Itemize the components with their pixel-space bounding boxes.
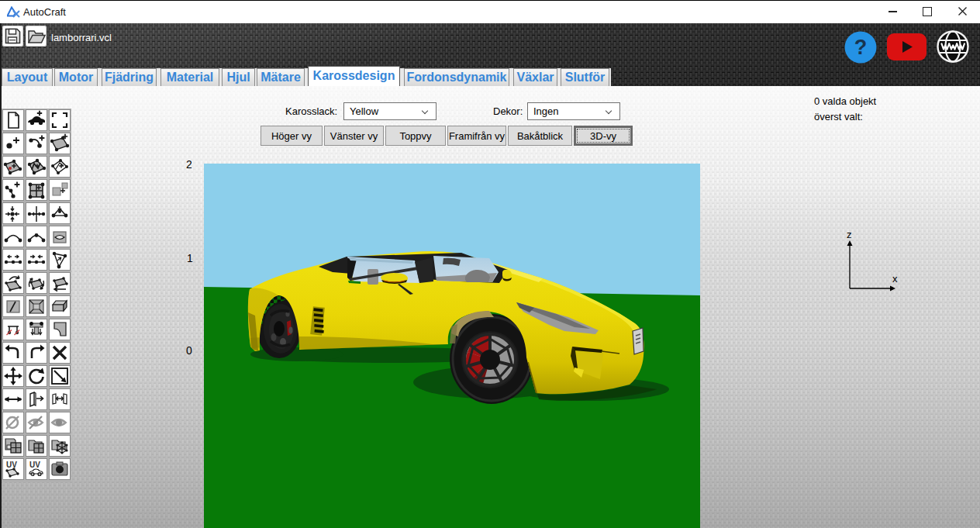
svg-text:UV: UV: [29, 461, 40, 469]
svg-text:z: z: [847, 230, 852, 240]
svg-text:UV: UV: [6, 461, 17, 469]
svg-text:x: x: [892, 273, 898, 285]
svg-text:?: ?: [854, 36, 868, 59]
